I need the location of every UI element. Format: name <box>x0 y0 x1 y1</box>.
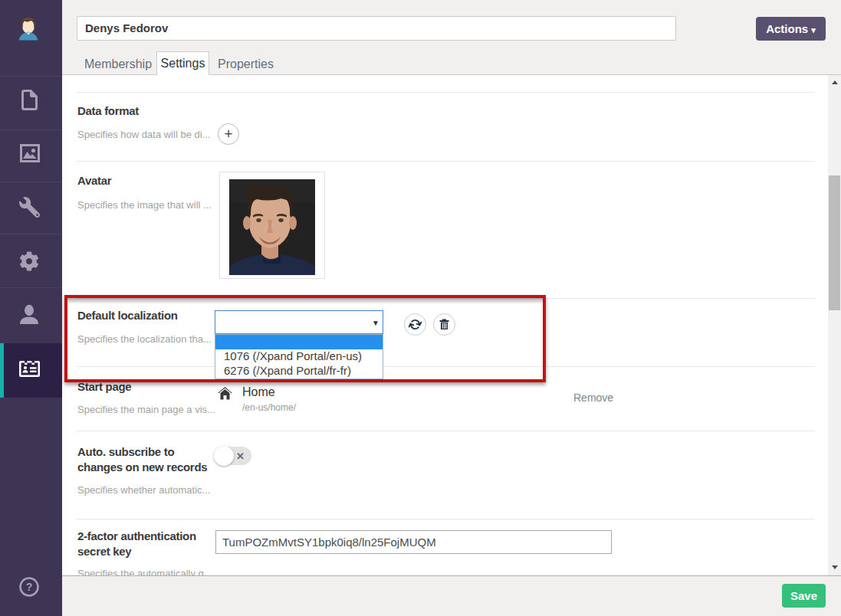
svg-text:?: ? <box>26 581 33 593</box>
